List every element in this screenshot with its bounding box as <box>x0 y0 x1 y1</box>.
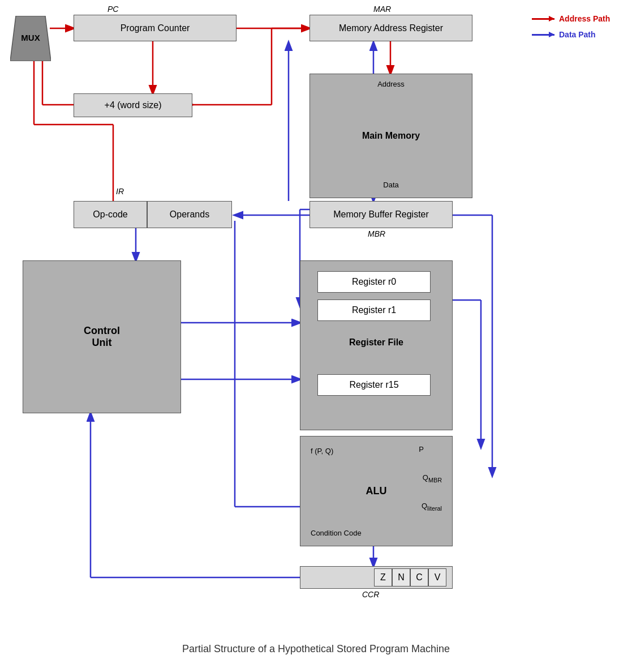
alu-box: f (P, Q) P ALU QMBR Qliteral Condition C… <box>300 436 453 546</box>
ccr-v: V <box>428 568 446 587</box>
register-file-label: Register File <box>300 337 452 348</box>
mbr-box: Memory Buffer Register <box>309 201 453 228</box>
data-path-legend: Data Path <box>532 30 610 39</box>
alu-qmbr: QMBR <box>423 473 442 483</box>
reg-r15-box: Register r15 <box>317 374 431 396</box>
reg-r0-box: Register r0 <box>317 271 431 293</box>
main-memory-address: Address <box>310 80 472 88</box>
alu-cc: Condition Code <box>311 529 362 537</box>
diagram-container: Address Path Data Path PC Program Counte… <box>0 0 632 672</box>
alu-p: P <box>419 445 424 453</box>
data-path-label: Data Path <box>559 30 596 39</box>
svg-text:MUX: MUX <box>21 33 40 42</box>
alu-func: f (P, Q) <box>311 447 333 455</box>
mar-label: MAR <box>373 5 391 14</box>
caption: Partial Structure of a Hypothetical Stor… <box>0 643 632 655</box>
mbr-label: MBR <box>368 229 385 238</box>
ir-label: IR <box>116 187 124 196</box>
operands-box: Operands <box>147 201 232 228</box>
alu-qliteral: Qliteral <box>422 502 442 512</box>
legend: Address Path Data Path <box>532 14 610 39</box>
reg-r1-box: Register r1 <box>317 299 431 321</box>
ccr-n: N <box>392 568 410 587</box>
ccr-box: Z N C V <box>300 566 453 589</box>
mux-shape: MUX <box>10 16 51 61</box>
ccr-label: CCR <box>362 590 379 599</box>
address-path-label: Address Path <box>559 14 610 23</box>
program-counter-box: Program Counter <box>74 15 237 41</box>
main-memory-box: Address Main Memory Data <box>309 74 472 198</box>
pc-label: PC <box>108 5 118 14</box>
control-unit-box: Control Unit <box>23 260 181 413</box>
opcode-box: Op-code <box>74 201 147 228</box>
main-memory-data: Data <box>310 181 472 189</box>
alu-label: ALU <box>366 485 387 497</box>
mar-box: Memory Address Register <box>309 15 472 41</box>
register-file-box: Register r0 Register r1 Register File Re… <box>300 260 453 430</box>
main-memory-label: Main Memory <box>362 131 420 141</box>
address-path-legend: Address Path <box>532 14 610 23</box>
data-path-line <box>532 34 554 36</box>
ccr-c: C <box>410 568 428 587</box>
ccr-z: Z <box>374 568 392 587</box>
address-path-line <box>532 18 554 20</box>
word-size-box: +4 (word size) <box>74 93 192 117</box>
